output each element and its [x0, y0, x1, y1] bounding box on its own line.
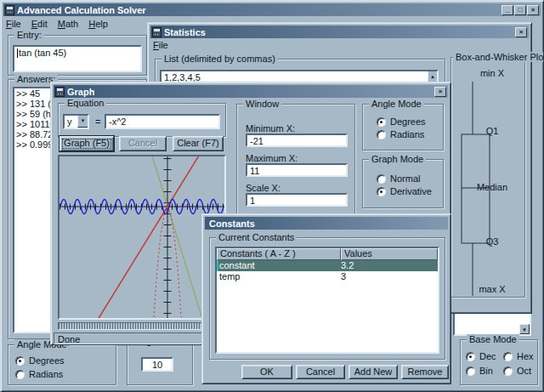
radio-icon — [15, 370, 25, 379]
close-button[interactable]: × — [515, 27, 527, 37]
scale-x-label: Scale X: — [246, 183, 280, 193]
radio-oct[interactable]: Oct — [503, 366, 531, 376]
equals-label: = — [95, 116, 100, 127]
close-button[interactable]: × — [527, 5, 539, 15]
radio-icon — [466, 352, 475, 361]
main-title: Advanced Calculation Solver — [17, 5, 146, 15]
radio-icon — [377, 117, 386, 127]
calculator-icon — [152, 27, 162, 37]
graph-mode-group: Graph Mode Normal Derivative — [362, 159, 444, 208]
constants-window: Constants Current Constants Constants ( … — [201, 213, 451, 384]
list-label: List (delimited by commas) — [162, 54, 278, 64]
combo-dropdown-button[interactable]: ▼ — [77, 115, 88, 128]
calculator-icon — [55, 87, 65, 97]
box-whisker-plot — [451, 58, 524, 297]
angle-mode-label: Angle Mode — [369, 99, 424, 109]
constants-titlebar[interactable]: Constants — [205, 217, 448, 230]
table-row[interactable]: constant 3.2 — [217, 260, 438, 271]
calculator-icon — [5, 5, 14, 15]
statistics-titlebar[interactable]: Statistics × — [150, 26, 529, 38]
graph-mode-label: Graph Mode — [369, 154, 426, 164]
menu-edit[interactable]: Edit — [31, 19, 48, 29]
chevron-down-icon: ▼ — [522, 327, 527, 332]
menu-file[interactable]: File — [6, 19, 21, 29]
median-label: Median — [467, 182, 518, 192]
current-constants-group: Current Constants Constants ( A - Z ) Va… — [209, 237, 445, 360]
advanced-calculation-solver-window: Advanced Calculation Solver _ □ × File E… — [0, 0, 544, 392]
window-panel-label: Window — [243, 99, 281, 109]
main-titlebar[interactable]: Advanced Calculation Solver _ □ × — [3, 3, 541, 16]
chevron-up-icon: ▲ — [430, 74, 435, 79]
radio-dec[interactable]: Dec — [466, 351, 496, 361]
menu-math[interactable]: Math — [58, 19, 78, 29]
clear-button[interactable]: Clear (F7) — [173, 136, 224, 151]
box-whisker-group: Box-and-Whisker Plot min X Q1 Median Q3 … — [450, 57, 525, 298]
graph-angle-mode-group: Angle Mode Degrees Radians — [362, 104, 444, 151]
menu-help[interactable]: Help — [88, 19, 108, 29]
log-base-input[interactable]: 10 — [141, 357, 173, 372]
radio-bin[interactable]: Bin — [466, 366, 493, 376]
cancel-button[interactable]: Cancel — [296, 365, 345, 379]
table-row[interactable]: temp 3 — [217, 271, 438, 282]
table-header-row: Constants ( A - Z ) Values — [217, 248, 438, 260]
base-mode-group: Base Mode Dec Bin Hex Oct — [460, 339, 538, 385]
maximum-x-label: Maximum X: — [246, 153, 298, 163]
min-x-label: min X — [467, 68, 518, 78]
radio-icon — [377, 187, 386, 196]
radio-icon — [503, 366, 513, 376]
statistics-menubar: File — [153, 40, 168, 50]
max-x-label: max X — [467, 284, 518, 294]
column-header-values[interactable]: Values — [341, 248, 438, 260]
current-constants-label: Current Constants — [216, 232, 297, 242]
minimum-x-label: Minimum X: — [246, 123, 295, 134]
radio-icon — [377, 174, 386, 184]
main-menubar: File Edit Math Help — [6, 19, 108, 29]
radio-icon — [377, 130, 386, 139]
constants-table: Constants ( A - Z ) Values constant 3.2 … — [215, 247, 439, 354]
graph-titlebar[interactable]: Graph × — [54, 85, 448, 98]
remove-button[interactable]: Remove — [401, 365, 449, 379]
restore-button[interactable]: □ — [514, 5, 526, 15]
radio-hex[interactable]: Hex — [503, 351, 534, 361]
radio-radians[interactable]: Radians — [377, 129, 424, 139]
scale-x-input[interactable]: 1 — [246, 193, 348, 207]
statistics-title: Statistics — [164, 27, 206, 37]
maximum-x-input[interactable]: 11 — [246, 163, 348, 177]
equation-label: Equation — [65, 98, 106, 108]
column-header-constants[interactable]: Constants ( A - Z ) — [217, 248, 341, 260]
entry-group: Entry: tan (tan 45) — [8, 35, 147, 76]
radio-icon — [466, 366, 475, 376]
equation-group: Equation y ▼ = -x^2 — [58, 103, 226, 137]
graph-plot — [60, 156, 224, 318]
spinner-up-button[interactable]: ▲ — [428, 71, 438, 82]
minimum-x-input[interactable]: -21 — [246, 134, 348, 147]
equation-input[interactable]: -x^2 — [105, 114, 220, 129]
entry-input[interactable]: tan (tan 45) — [13, 45, 142, 72]
variable-combobox[interactable]: y ▼ — [63, 114, 89, 129]
entry-label: Entry: — [14, 30, 44, 40]
log-base-group: Log Base 10 — [127, 341, 193, 385]
radio-normal[interactable]: Normal — [377, 173, 420, 184]
q3-label: Q3 — [467, 236, 518, 247]
menu-file[interactable]: File — [153, 40, 168, 50]
constants-title: Constants — [209, 219, 255, 229]
scroll-down-button[interactable]: ▼ — [519, 324, 530, 334]
text-cursor — [17, 48, 18, 58]
cancel-button[interactable]: Cancel — [119, 136, 167, 151]
base-mode-label: Base Mode — [467, 334, 519, 344]
history-listbox[interactable]: ▼ — [453, 312, 531, 336]
radio-degrees[interactable]: Degrees — [15, 355, 65, 366]
ok-button[interactable]: OK — [241, 365, 292, 379]
minimize-button[interactable]: _ — [502, 5, 513, 15]
graph-button[interactable]: Graph (F5) — [60, 136, 114, 151]
radio-icon — [503, 352, 513, 361]
radio-radians[interactable]: Radians — [15, 369, 63, 379]
close-button[interactable]: × — [434, 87, 446, 97]
radio-icon — [15, 356, 25, 366]
main-angle-mode-group: Angle Mode Degrees Radians — [8, 344, 116, 385]
radio-degrees[interactable]: Degrees — [377, 116, 426, 127]
add-new-button[interactable]: Add New — [348, 365, 398, 379]
q1-label: Q1 — [467, 126, 518, 136]
radio-derivative[interactable]: Derivative — [377, 186, 432, 196]
chevron-down-icon: ▼ — [81, 118, 86, 123]
